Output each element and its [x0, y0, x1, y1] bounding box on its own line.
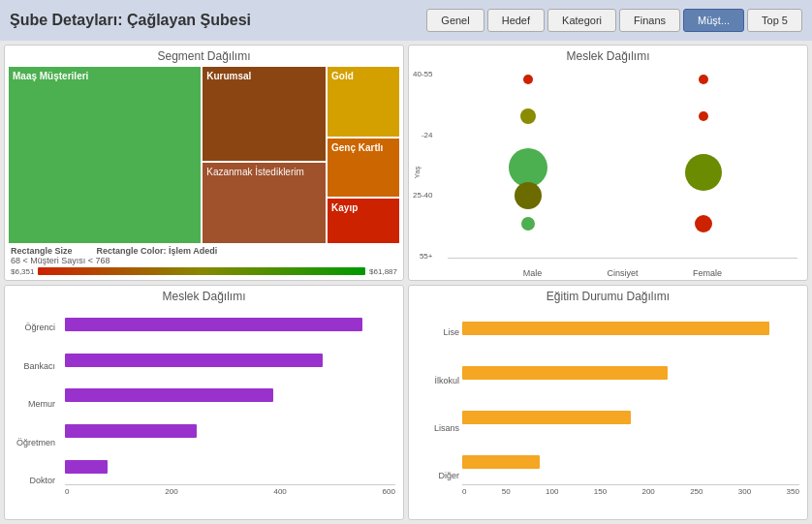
- meslek-y-1: Bankacı: [9, 361, 55, 371]
- meslek-bar-fill-0: [65, 318, 362, 331]
- tab-top5[interactable]: Top 5: [747, 9, 802, 32]
- tab-finans[interactable]: Finans: [619, 9, 680, 32]
- egitim-bar-y-labels: Lise İlkokul Lisans Diğer: [413, 309, 459, 501]
- bubble-female-4055: [699, 75, 708, 84]
- treemap: Maaş Müşterileri Kurumsal Kazanmak İsted…: [9, 67, 399, 243]
- color-bar: [38, 267, 365, 275]
- segment-panel: Segment Dağılımı Maaş Müşterileri Kurums…: [4, 45, 404, 281]
- egitim-bar-x-axis: 0 50 100 150 200 250 300 350: [462, 484, 799, 498]
- bubble-plot: [448, 70, 797, 259]
- color-bar-row: $6,351 $61,887: [11, 267, 397, 276]
- egitim-bar-area: Lise İlkokul Lisans Diğer: [409, 305, 807, 520]
- meslek-bar-rows: [65, 307, 395, 485]
- bubble-male-2540b: [515, 182, 542, 209]
- egitim-title: Eğitim Durumu Dağılımı: [409, 286, 807, 305]
- bubble-male-55: [521, 217, 535, 231]
- tab-hedef[interactable]: Hedef: [487, 9, 545, 32]
- meslek-bar-fill-1: [65, 354, 323, 367]
- meslek-x-3: 600: [383, 487, 395, 496]
- y-label-1: -24: [413, 131, 432, 139]
- meslek-y-3: Öğretmen: [9, 438, 55, 447]
- meslek-bubble-title: Meslek Dağılımı: [409, 46, 807, 65]
- main-content: Segment Dağılımı Maaş Müşterileri Kurums…: [0, 41, 812, 524]
- app-container: Şube Detayları: Çağlayan Şubesi Genel He…: [0, 0, 812, 524]
- meslek-bar-y-labels: Öğrenci Bankacı Memur Öğretmen Doktor: [9, 309, 55, 501]
- bubble-chart: Yaş 40-55 -24 25-40 55+: [409, 65, 807, 280]
- meslek-bar-fill-2: [65, 388, 273, 402]
- bubble-axis-y: 40-55 -24 25-40 55+: [409, 70, 436, 261]
- segment-title: Segment Dağılımı: [5, 46, 403, 65]
- meslek-bar-row-2: [65, 386, 395, 404]
- meslek-x-0: 0: [65, 487, 69, 496]
- treemap-maas: Maaş Müşterileri: [9, 67, 201, 243]
- cinsiyet-label: Cinsiyet: [448, 268, 797, 280]
- bubble-female-55: [695, 215, 712, 232]
- egitim-bar-fill-0: [462, 322, 769, 335]
- egitim-y-1: İlkokul: [413, 376, 459, 385]
- meslek-bar-row-4: [65, 458, 395, 476]
- bubble-male-2540: [509, 148, 547, 187]
- page-title: Şube Detayları: Çağlayan Şubesi: [10, 12, 426, 29]
- egitim-x-4: 200: [641, 487, 654, 496]
- treemap-genc: Genç Kartlı: [328, 139, 399, 198]
- meslek-bar-fill-4: [65, 460, 108, 474]
- color-max: $61,887: [369, 267, 397, 276]
- treemap-kazanmak: Kazanmak İstediklerim: [203, 163, 326, 242]
- egitim-x-3: 150: [594, 487, 607, 496]
- treemap-container: Maaş Müşterileri Kurumsal Kazanmak İsted…: [5, 65, 403, 280]
- meslek-y-2: Memur: [9, 399, 55, 409]
- egitim-x-6: 300: [738, 487, 751, 496]
- egitim-y-0: Lise: [413, 327, 459, 337]
- meslek-x-1: 200: [165, 487, 177, 496]
- color-min: $6,351: [11, 267, 34, 276]
- meslek-bar-row-1: [65, 352, 395, 369]
- egitim-bar-fill-1: [462, 366, 668, 380]
- meslek-bar-row-0: [65, 316, 395, 333]
- treemap-gold: Gold: [328, 67, 399, 137]
- meslek-bar-x-axis: 0 200 400 600: [65, 484, 395, 498]
- meslek-x-2: 400: [273, 487, 286, 496]
- meslek-y-0: Öğrenci: [9, 323, 55, 332]
- egitim-x-2: 100: [546, 487, 558, 496]
- y-label-2: 25-40: [413, 191, 432, 200]
- egitim-bar-row-0: [462, 320, 799, 337]
- meslek-bubble-panel: Meslek Dağılımı Yaş 40-55 -24 25-40 55+: [408, 45, 808, 281]
- meslek-bar-panel: Meslek Dağılımı Öğrenci Bankacı Memur Öğ…: [4, 285, 404, 521]
- egitim-x-7: 350: [787, 487, 799, 496]
- egitim-bar-fill-2: [462, 411, 631, 424]
- meslek-bar-title: Meslek Dağılımı: [5, 286, 403, 305]
- bubble-female-2540: [685, 154, 722, 191]
- egitim-bar-fill-3: [462, 455, 540, 469]
- bubble-male-24: [520, 108, 536, 124]
- legend-size-range: 68 < Müşteri Sayısı < 768: [11, 256, 397, 265]
- treemap-right: Gold Genç Kartlı Kayıp: [328, 67, 399, 243]
- egitim-y-3: Diğer: [413, 471, 459, 480]
- y-label-0: 40-55: [413, 70, 432, 78]
- treemap-kurumsal: Kurumsal: [203, 67, 326, 161]
- tab-must[interactable]: Müşt...: [683, 9, 744, 32]
- y-label-3: 55+: [413, 252, 432, 261]
- egitim-bar-row-3: [462, 453, 799, 471]
- nav-tabs: Genel Hedef Kategori Finans Müşt... Top …: [426, 9, 802, 32]
- egitim-x-5: 250: [690, 487, 703, 496]
- header: Şube Detayları: Çağlayan Şubesi Genel He…: [0, 0, 812, 41]
- treemap-legend: Rectangle Size Rectangle Color: İşlem Ad…: [9, 243, 399, 278]
- treemap-kayip: Kayıp: [328, 199, 399, 242]
- egitim-panel: Eğitim Durumu Dağılımı Lise İlkokul Lisa…: [408, 285, 808, 521]
- tab-kategori[interactable]: Kategori: [547, 9, 616, 32]
- egitim-x-1: 50: [502, 487, 511, 496]
- meslek-y-4: Doktor: [9, 476, 55, 485]
- bubble-female-24: [699, 111, 708, 121]
- meslek-bar-area: Öğrenci Bankacı Memur Öğretmen Doktor: [5, 305, 403, 520]
- tab-genel[interactable]: Genel: [426, 9, 484, 32]
- egitim-bar-row-2: [462, 409, 799, 426]
- legend-size-label: Rectangle Size Rectangle Color: İşlem Ad…: [11, 246, 397, 256]
- treemap-middle: Kurumsal Kazanmak İstediklerim: [203, 67, 326, 243]
- egitim-x-0: 0: [462, 487, 466, 496]
- egitim-bar-row-1: [462, 364, 799, 382]
- meslek-bar-fill-3: [65, 424, 197, 438]
- egitim-y-2: Lisans: [413, 423, 459, 433]
- meslek-bar-row-3: [65, 422, 395, 440]
- bubble-male-4055: [523, 75, 533, 84]
- egitim-bar-rows: [462, 307, 799, 485]
